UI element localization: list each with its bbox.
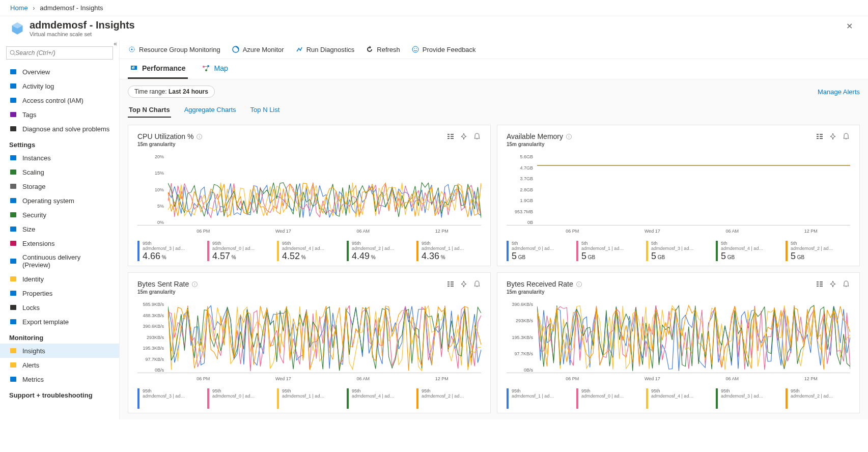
list-view-icon[interactable] <box>446 280 455 288</box>
list-view-icon[interactable] <box>446 132 455 140</box>
nav-icon <box>9 182 17 190</box>
subtab-aggregate-charts[interactable]: Aggregate Charts <box>183 103 237 118</box>
svg-rect-52 <box>447 286 450 287</box>
nav-item-properties[interactable]: Properties <box>0 286 119 300</box>
nav-item-access-control-iam-[interactable]: Access control (IAM) <box>0 93 119 107</box>
svg-rect-45 <box>817 138 819 139</box>
nav-item-identity[interactable]: Identity <box>0 272 119 286</box>
svg-rect-61 <box>820 284 823 285</box>
chart-title: Bytes Sent Rate i <box>137 280 198 288</box>
svg-rect-15 <box>10 276 16 281</box>
resource-group-monitoring-button[interactable]: Resource Group Monitoring <box>128 45 220 53</box>
refresh-button[interactable]: Refresh <box>366 45 400 53</box>
chart-y-axis: 5.6GB4.7GB3.7GB2.8GB1.9GB953.7MB0B <box>507 154 537 225</box>
nav-item-operating-system[interactable]: Operating system <box>0 193 119 208</box>
nav-label: Instances <box>22 154 51 162</box>
svg-rect-5 <box>10 112 16 117</box>
nav-label: Overview <box>22 68 50 76</box>
nav-item-continuous-delivery-preview-[interactable]: Continuous delivery (Preview) <box>0 250 119 272</box>
chart-title: Available Memory i <box>507 132 572 140</box>
time-range-button[interactable]: Time range: Last 24 hours <box>128 86 215 98</box>
chart-plot[interactable] <box>168 154 481 225</box>
nav-item-size[interactable]: Size <box>0 222 119 236</box>
run-diagnostics-button[interactable]: Run Diagnostics <box>295 45 355 53</box>
nav-item-alerts[interactable]: Alerts <box>0 358 119 372</box>
list-view-icon[interactable] <box>816 280 824 288</box>
breadcrumb: Home › admdemosf - Insights <box>0 0 868 16</box>
nav-item-security[interactable]: Security <box>0 208 119 222</box>
tab-performance[interactable]: Performance <box>128 59 188 79</box>
bell-icon[interactable] <box>473 132 481 140</box>
nav-label: Properties <box>22 290 52 297</box>
breadcrumb-home[interactable]: Home <box>10 4 28 12</box>
info-icon[interactable]: i <box>192 281 198 287</box>
stat-item: 95thadmdemosf_1 | admdemosf <box>277 388 342 409</box>
info-icon[interactable]: i <box>576 281 582 287</box>
svg-rect-62 <box>820 286 823 287</box>
nav-label: Alerts <box>22 361 39 369</box>
svg-rect-2 <box>10 69 16 74</box>
subtab-top-n-list[interactable]: Top N List <box>249 103 281 118</box>
nav-item-instances[interactable]: Instances <box>0 151 119 165</box>
map-icon <box>202 64 210 72</box>
pin-icon[interactable] <box>829 280 837 288</box>
stat-item: 95thadmdemosf_0 | admdemosf4.57 % <box>207 241 272 262</box>
nav-item-activity-log[interactable]: Activity log <box>0 79 119 93</box>
subtab-top-n-charts[interactable]: Top N Charts <box>128 103 171 118</box>
svg-rect-9 <box>10 184 16 189</box>
nav-item-scaling[interactable]: Scaling <box>0 165 119 179</box>
list-view-icon[interactable] <box>816 132 824 140</box>
nav-item-metrics[interactable]: Metrics <box>0 372 119 386</box>
info-icon[interactable]: i <box>197 134 202 139</box>
vmss-icon <box>10 21 24 36</box>
bell-icon[interactable] <box>473 280 481 288</box>
stat-item: 95thadmdemosf_0 | admdemosf <box>576 388 641 409</box>
nav-label: Operating system <box>22 197 74 205</box>
bell-icon[interactable] <box>842 280 850 288</box>
info-icon[interactable]: i <box>566 134 572 139</box>
nav-item-insights[interactable]: Insights <box>0 344 119 358</box>
nav-item-diagnose-and-solve-problems[interactable]: Diagnose and solve problems <box>0 122 119 136</box>
provide-feedback-button[interactable]: Provide Feedback <box>411 45 476 53</box>
search-box[interactable] <box>6 46 113 60</box>
page-title: admdemosf - Insights <box>30 19 135 31</box>
nav-icon <box>9 110 17 119</box>
nav-item-export-template[interactable]: Export template <box>0 315 119 329</box>
pin-icon[interactable] <box>460 280 468 288</box>
svg-rect-29 <box>132 67 133 69</box>
stat-item: 95thadmdemosf_3 | admdemosf <box>716 388 780 409</box>
search-input[interactable] <box>15 49 109 56</box>
azure-monitor-button[interactable]: Azure Monitor <box>232 45 284 53</box>
svg-rect-18 <box>10 319 16 324</box>
stat-item: 95thadmdemosf_2 | admdemosf <box>416 388 481 409</box>
nav-label: Tags <box>22 111 36 119</box>
nav-item-locks[interactable]: Locks <box>0 300 119 315</box>
tab-map[interactable]: Map <box>200 59 230 79</box>
nav-label: Locks <box>22 304 40 312</box>
nav-item-storage[interactable]: Storage <box>0 179 119 193</box>
pin-icon[interactable] <box>460 132 468 140</box>
svg-rect-53 <box>451 281 454 282</box>
svg-rect-59 <box>817 286 819 287</box>
nav-item-extensions[interactable]: Extensions <box>0 236 119 250</box>
nav-item-overview[interactable]: Overview <box>0 65 119 79</box>
chart-stats: 95thadmdemosf_3 | admdemosf 95thadmdemos… <box>137 385 481 409</box>
pin-icon[interactable] <box>829 132 837 140</box>
nav-label: Continuous delivery (Preview) <box>22 253 110 269</box>
chart-card-3: Bytes Received Rate i 15m granularity 39… <box>497 272 860 413</box>
chart-plot[interactable] <box>537 302 850 373</box>
nav-item-tags[interactable]: Tags <box>0 107 119 122</box>
chart-plot[interactable] <box>168 302 481 373</box>
stat-item: 95thadmdemosf_4 | admdemosf <box>646 388 711 409</box>
bell-icon[interactable] <box>842 132 850 140</box>
sidebar-collapse-icon[interactable]: « <box>114 40 117 47</box>
nav-icon <box>9 318 17 326</box>
svg-point-0 <box>10 50 14 54</box>
close-icon[interactable]: ✕ <box>846 21 853 31</box>
chart-card-1: Available Memory i 15m granularity 5.6GB… <box>497 125 860 266</box>
nav-section-support: Support + troubleshooting <box>0 386 119 401</box>
stat-item: 95thadmdemosf_0 | admdemosf <box>207 388 272 409</box>
chart-plot[interactable] <box>537 154 850 225</box>
manage-alerts-link[interactable]: Manage Alerts <box>818 88 860 96</box>
nav-label: Size <box>22 225 35 233</box>
